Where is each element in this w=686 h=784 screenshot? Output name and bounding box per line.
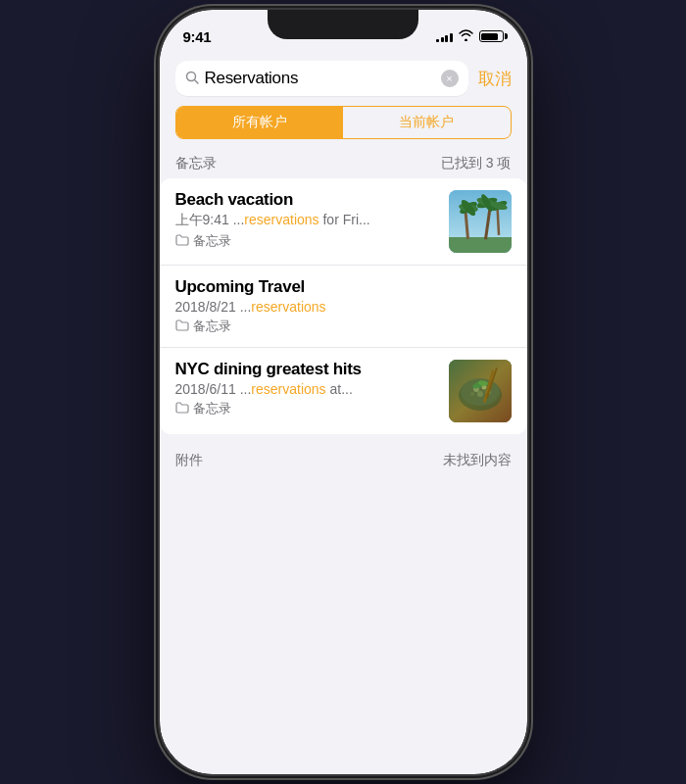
attachments-section: 附件 未找到内容	[160, 442, 527, 475]
signal-bar-3	[445, 35, 448, 42]
clear-search-button[interactable]: ×	[441, 70, 459, 87]
result-title-upcoming-travel: Upcoming Travel	[175, 277, 512, 297]
phone-frame: 9:41	[160, 10, 527, 774]
result-highlight-3: reservations	[251, 381, 325, 397]
attachments-empty-text: 未找到内容	[443, 452, 512, 469]
result-title-beach-vacation: Beach vacation	[175, 190, 437, 210]
result-thumbnail-beach-vacation	[449, 190, 512, 253]
result-meta-beach-vacation: 上午9:41 ...reservations for Fri...	[175, 212, 437, 229]
signal-bar-1	[436, 39, 439, 42]
result-meta-prefix-3: 2018/6/11 ...	[175, 381, 252, 397]
result-folder-beach-vacation: 备忘录	[175, 232, 437, 250]
result-text-nyc-dining: NYC dining greatest hits 2018/6/11 ...re…	[175, 360, 437, 417]
segment-current-account[interactable]: 当前帐户	[343, 107, 511, 138]
signal-bar-4	[450, 33, 453, 42]
result-meta-nyc-dining: 2018/6/11 ...reservations at...	[175, 381, 437, 397]
result-text-beach-vacation: Beach vacation 上午9:41 ...reservations fo…	[175, 190, 437, 250]
notes-section-count: 已找到 3 项	[441, 155, 512, 172]
result-meta-suffix-1: for Fri...	[319, 212, 370, 227]
folder-label-1: 备忘录	[193, 232, 231, 250]
result-highlight-2: reservations	[251, 299, 325, 315]
svg-point-21	[477, 391, 483, 397]
cancel-search-button[interactable]: 取消	[478, 68, 512, 90]
notch	[268, 10, 418, 39]
svg-rect-2	[449, 237, 512, 253]
folder-label-3: 备忘录	[193, 400, 231, 417]
svg-rect-3	[449, 190, 512, 237]
result-text-upcoming-travel: Upcoming Travel 2018/8/21 ...reservation…	[175, 277, 512, 335]
folder-icon-1	[175, 234, 189, 249]
result-title-nyc-dining: NYC dining greatest hits	[175, 360, 437, 379]
result-meta-suffix-3: at...	[326, 381, 353, 397]
battery-icon	[479, 30, 504, 42]
segment-control: 所有帐户 当前帐户	[175, 106, 512, 139]
result-thumbnail-nyc-dining	[449, 360, 512, 422]
result-item-beach-vacation[interactable]: Beach vacation 上午9:41 ...reservations fo…	[160, 178, 527, 266]
search-input-container[interactable]: Reservations ×	[175, 61, 468, 96]
results-container: Beach vacation 上午9:41 ...reservations fo…	[160, 178, 527, 434]
battery-fill	[481, 33, 498, 40]
result-highlight-1: reservations	[244, 212, 318, 227]
svg-point-22	[470, 392, 474, 396]
signal-bar-2	[441, 37, 444, 42]
segment-all-accounts[interactable]: 所有帐户	[176, 107, 344, 138]
folder-icon-2	[175, 319, 189, 334]
result-meta-prefix-1: 上午9:41 ...	[175, 212, 245, 227]
result-folder-nyc-dining: 备忘录	[175, 400, 437, 417]
signal-bars-icon	[436, 30, 453, 42]
search-icon	[185, 71, 199, 87]
search-bar-row: Reservations × 取消	[160, 53, 527, 106]
notes-section-header: 备忘录 已找到 3 项	[160, 151, 527, 178]
search-input[interactable]: Reservations	[205, 69, 435, 88]
notes-section-title: 备忘录	[175, 155, 217, 172]
status-time: 9:41	[183, 28, 212, 45]
result-item-upcoming-travel[interactable]: Upcoming Travel 2018/8/21 ...reservation…	[160, 266, 527, 348]
status-icons	[436, 29, 504, 44]
folder-icon-3	[175, 402, 189, 416]
folder-label-2: 备忘录	[193, 318, 231, 335]
result-folder-upcoming-travel: 备忘录	[175, 318, 512, 335]
result-meta-upcoming-travel: 2018/8/21 ...reservations	[175, 299, 512, 315]
attachments-section-title: 附件	[175, 452, 203, 469]
screen: 9:41	[160, 10, 527, 774]
result-item-nyc-dining[interactable]: NYC dining greatest hits 2018/6/11 ...re…	[160, 348, 527, 434]
thumb-nyc-image	[449, 360, 512, 422]
result-meta-prefix-2: 2018/8/21 ...	[175, 299, 252, 315]
thumb-beach-image	[449, 190, 512, 253]
wifi-icon	[459, 29, 473, 44]
